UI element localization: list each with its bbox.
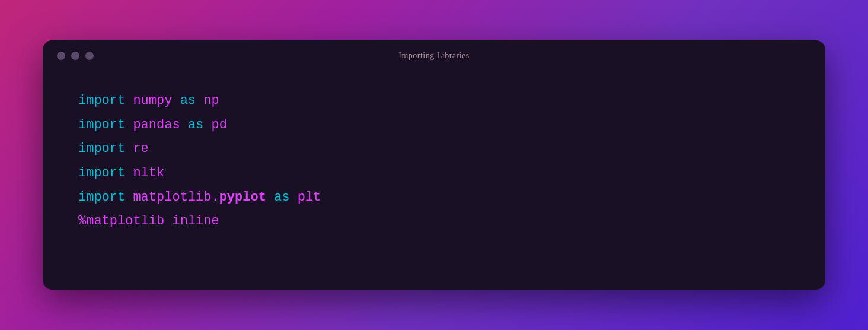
dot-separator: . xyxy=(211,186,219,210)
code-line-5: import matplotlib.pyplot as plt xyxy=(78,186,790,210)
code-line-4: import nltk xyxy=(78,161,790,186)
keyword-as: as xyxy=(180,89,204,113)
lib-pyplot: pyplot xyxy=(219,186,266,210)
lib-re: re xyxy=(133,137,148,161)
close-button[interactable] xyxy=(57,52,65,60)
alias-pd: pd xyxy=(211,113,226,138)
keyword-as: as xyxy=(188,113,212,138)
keyword-import: import xyxy=(78,186,133,210)
maximize-button[interactable] xyxy=(85,52,94,60)
keyword-import: import xyxy=(78,113,133,138)
lib-pandas: pandas xyxy=(133,113,187,138)
code-line-3: import re xyxy=(78,137,790,161)
titlebar: Importing Libraries xyxy=(43,40,825,71)
keyword-import: import xyxy=(78,161,133,186)
keyword-import: import xyxy=(78,89,133,113)
code-line-1: import numpy as np xyxy=(78,89,790,113)
traffic-lights xyxy=(57,52,94,60)
lib-numpy: numpy xyxy=(133,89,180,113)
minimize-button[interactable] xyxy=(71,52,79,60)
keyword-import: import xyxy=(78,137,133,161)
code-window: Importing Libraries import numpy as np i… xyxy=(43,40,825,290)
window-title: Importing Libraries xyxy=(398,51,470,61)
lib-matplotlib: matplotlib xyxy=(133,186,211,210)
code-area: import numpy as np import pandas as pd i… xyxy=(43,71,825,264)
alias-np: np xyxy=(203,89,219,113)
code-line-6: %matplotlib inline xyxy=(78,210,790,234)
lib-nltk: nltk xyxy=(133,161,164,186)
magic-command: %matplotlib inline xyxy=(78,210,219,234)
alias-plt: plt xyxy=(298,186,321,210)
keyword-as: as xyxy=(266,186,298,210)
code-line-2: import pandas as pd xyxy=(78,113,790,138)
